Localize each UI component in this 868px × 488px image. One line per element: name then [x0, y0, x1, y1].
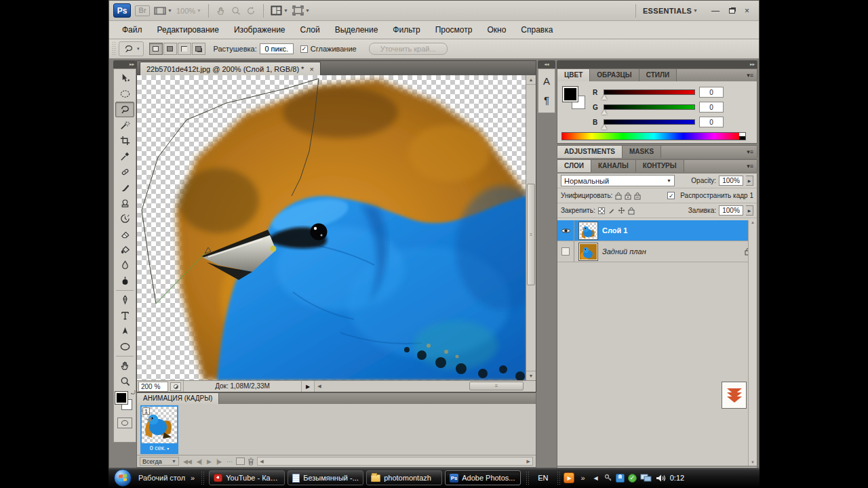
tab-adjustments[interactable]: ADJUSTMENTS [557, 146, 623, 158]
brush-tool-button[interactable] [115, 180, 134, 195]
vertical-scrollbar[interactable]: ▲ ≡ ▼ [526, 75, 536, 380]
pen-tool-button[interactable] [115, 292, 134, 308]
dock-header[interactable]: ▸▸ [557, 60, 757, 68]
scroll-right-icon[interactable]: ▶ [527, 459, 530, 464]
zoom-preset-control[interactable]: 100% ▼ [176, 7, 201, 15]
blue-slider-thumb[interactable] [601, 125, 607, 129]
panel-menu-icon[interactable]: ▾≡ [743, 160, 757, 172]
tab-styles[interactable]: СТИЛИ [639, 69, 677, 81]
visibility-empty-checkbox[interactable] [561, 247, 570, 256]
previous-frame-button[interactable]: ◀| [195, 458, 203, 465]
zoom-level-field[interactable]: 200 % [138, 382, 168, 392]
show-hidden-icons-button[interactable]: ◀ [594, 475, 598, 481]
lasso-tool-button[interactable] [115, 102, 134, 117]
download-arrows-overlay-button[interactable] [722, 382, 747, 409]
type-strip-header[interactable]: ◂◂ [538, 60, 555, 68]
visibility-toggle[interactable] [557, 241, 574, 262]
layer-thumbnail[interactable] [579, 243, 597, 260]
menu-layer[interactable]: Слой [293, 25, 328, 35]
selection-new-button[interactable] [149, 43, 163, 55]
key-tray-icon[interactable] [604, 474, 612, 483]
animation-scrollbar[interactable]: ◀ ▶ [257, 457, 533, 466]
delete-frame-icon[interactable] [248, 458, 254, 466]
horizontal-scroll-thumb[interactable]: ≡ [469, 382, 524, 390]
network-tray-icon[interactable] [640, 473, 652, 483]
messenger-tray-icon[interactable] [616, 474, 625, 483]
lock-transparency-icon[interactable] [598, 207, 605, 214]
eraser-tool-button[interactable] [115, 226, 134, 242]
lock-position-icon[interactable] [618, 207, 625, 214]
opacity-spinner-icon[interactable]: ▶ [746, 176, 753, 186]
zoom-tool-button[interactable] [115, 373, 134, 389]
refine-edge-button[interactable]: Уточнить край... [369, 43, 448, 55]
unify-position-icon[interactable] [615, 192, 622, 200]
language-indicator[interactable]: EN [532, 474, 553, 482]
menu-file[interactable]: Файл [115, 25, 150, 35]
selection-add-button[interactable] [163, 43, 177, 55]
path-selection-tool-button[interactable] [115, 323, 134, 339]
tab-paths[interactable]: КОНТУРЫ [636, 160, 684, 172]
document-tab[interactable]: 22b5701de412t.jpg @ 200% (Слой 1, RGB/8)… [140, 62, 321, 75]
hand-tool-icon[interactable] [216, 5, 226, 16]
green-slider[interactable] [604, 104, 695, 110]
green-slider-thumb[interactable] [601, 110, 607, 115]
menu-view[interactable]: Просмотр [428, 25, 480, 35]
opacity-value-field[interactable]: 100% [719, 176, 743, 186]
canvas[interactable] [137, 75, 527, 380]
elliptical-marquee-tool-button[interactable] [115, 86, 134, 102]
taskbar-button-photoshop[interactable]: Ps Adobe Photos... [445, 470, 521, 485]
antialias-checkbox[interactable]: ✓ [300, 45, 308, 53]
layer-thumbnail[interactable] [579, 222, 597, 239]
fill-spinner-icon[interactable]: ▶ [746, 205, 753, 216]
crop-tool-button[interactable] [115, 133, 134, 148]
tool-preset-button[interactable]: ▾ [119, 41, 144, 56]
status-menu-arrow-icon[interactable]: ▶ [302, 384, 314, 390]
layers-scrollbar[interactable]: ▲ ▼ [748, 220, 757, 466]
history-brush-tool-button[interactable] [115, 211, 134, 226]
scroll-up-icon[interactable]: ▲ [526, 75, 536, 85]
play-button[interactable]: ▶ [205, 458, 212, 465]
rotate-view-icon[interactable] [245, 5, 256, 16]
scroll-down-icon[interactable]: ▼ [526, 371, 536, 380]
unify-visibility-icon[interactable] [625, 192, 631, 200]
screen-mode-button[interactable]: ▼ [292, 5, 310, 16]
restore-button[interactable] [729, 8, 735, 14]
volume-tray-icon[interactable] [656, 474, 666, 483]
swap-colors-icon[interactable]: ⤾ [131, 390, 136, 396]
menu-edit[interactable]: Редактирование [150, 25, 226, 35]
tab-swatches[interactable]: ОБРАЗЦЫ [590, 69, 639, 81]
tools-panel-header[interactable]: ▸▸ [113, 60, 136, 68]
character-panel-button[interactable]: А [540, 73, 553, 89]
lock-all-icon[interactable] [628, 207, 635, 215]
blue-value-field[interactable]: 0 [699, 117, 724, 127]
media-player-tray-icon[interactable]: ▶ [564, 472, 574, 483]
blue-slider[interactable] [604, 119, 695, 125]
dodge-tool-button[interactable] [115, 273, 134, 289]
view-extras-button[interactable]: ▼ [154, 6, 172, 16]
unify-style-icon[interactable] [634, 192, 641, 200]
bridge-button[interactable]: Br [135, 5, 150, 16]
first-frame-button[interactable]: ◀◀ [182, 458, 193, 465]
red-slider[interactable] [604, 89, 695, 95]
paint-bucket-tool-button[interactable] [115, 242, 134, 258]
taskbar-clock[interactable]: 0:12 [670, 474, 684, 482]
eyedropper-tool-button[interactable] [115, 148, 134, 164]
arrange-documents-button[interactable]: ▼ [271, 5, 288, 16]
red-value-field[interactable]: 0 [699, 87, 724, 98]
tween-button[interactable]: ⋯ [225, 458, 233, 465]
menu-image[interactable]: Изображение [226, 25, 293, 35]
scroll-left-icon[interactable]: ◀ [260, 459, 263, 464]
menu-select[interactable]: Выделение [328, 25, 386, 35]
new-frame-button[interactable] [236, 458, 245, 465]
lock-paint-icon[interactable] [608, 207, 615, 214]
paragraph-panel-button[interactable]: ¶ [540, 92, 553, 108]
move-tool-button[interactable] [115, 70, 134, 86]
green-value-field[interactable]: 0 [699, 102, 724, 113]
shape-tool-button[interactable] [115, 339, 134, 354]
animation-tab[interactable]: АНИМАЦИЯ (КАДРЫ) [137, 393, 219, 404]
magic-wand-tool-button[interactable] [115, 117, 134, 133]
panel-menu-icon[interactable]: ▾≡ [743, 146, 757, 158]
vertical-scroll-thumb[interactable]: ≡ [527, 184, 535, 285]
layer-row-layer1[interactable]: Слой 1 [557, 220, 757, 241]
tab-layers[interactable]: СЛОИ [557, 160, 591, 172]
